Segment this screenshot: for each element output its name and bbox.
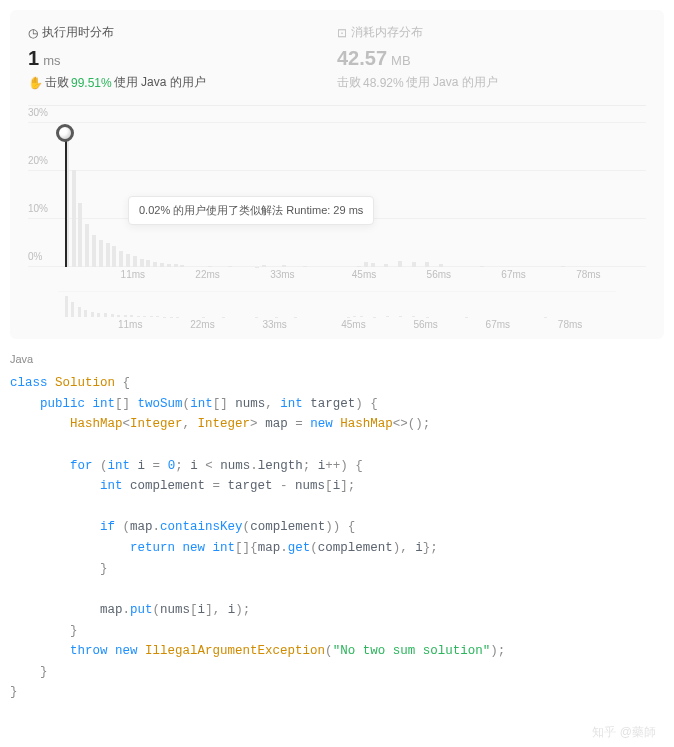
stats-card: ◷ 执行用时分布 1 ms ✋ 击败 99.51% 使用 Java 的用户 ⊡ … xyxy=(10,10,664,339)
distribution-bar[interactable] xyxy=(160,263,164,267)
distribution-bar[interactable] xyxy=(153,262,157,267)
distribution-bar[interactable] xyxy=(106,243,110,267)
leetcode-result-page: ◷ 执行用时分布 1 ms ✋ 击败 99.51% 使用 Java 的用户 ⊡ … xyxy=(0,0,674,747)
memory-value: 42.57 xyxy=(337,47,387,70)
y-tick-label: 0% xyxy=(28,251,42,262)
marker-line xyxy=(65,133,67,267)
runtime-block[interactable]: ◷ 执行用时分布 1 ms ✋ 击败 99.51% 使用 Java 的用户 xyxy=(28,24,337,91)
mini-distribution-bar xyxy=(373,317,376,318)
mini-distribution-bar xyxy=(163,317,166,318)
mini-distribution-bar xyxy=(156,316,159,317)
distribution-bar[interactable] xyxy=(140,259,144,267)
distribution-bar[interactable] xyxy=(228,266,232,267)
mini-distribution-bar xyxy=(353,316,356,317)
distribution-bar[interactable] xyxy=(119,251,123,267)
mini-x-tick-label: 45ms xyxy=(341,319,365,330)
distribution-bar[interactable] xyxy=(439,264,443,267)
distribution-bar[interactable] xyxy=(561,266,565,267)
chart-x-axis: 11ms22ms33ms45ms56ms67ms78ms xyxy=(58,269,636,285)
memory-unit: MB xyxy=(391,53,411,68)
memory-beat-pct: 48.92% xyxy=(363,76,404,90)
memory-block[interactable]: ⊡ 消耗内存分布 42.57 MB 击败 48.92% 使用 Java 的用户 xyxy=(337,24,646,91)
distribution-bar[interactable] xyxy=(208,266,212,267)
distribution-bar[interactable] xyxy=(146,260,150,267)
x-tick-label: 56ms xyxy=(427,269,451,280)
chip-icon: ⊡ xyxy=(337,26,347,40)
distribution-bar[interactable] xyxy=(398,261,402,267)
mini-x-tick-label: 22ms xyxy=(190,319,214,330)
mini-chart-bars xyxy=(58,292,616,317)
y-tick-label: 10% xyxy=(28,203,48,214)
mini-distribution-bar xyxy=(91,312,94,317)
mini-distribution-bar xyxy=(84,310,87,317)
x-tick-label: 78ms xyxy=(576,269,600,280)
mini-distribution-bar xyxy=(143,316,146,317)
distribution-bar[interactable] xyxy=(78,203,82,267)
mini-distribution-bar xyxy=(426,317,429,318)
mini-distribution-bar xyxy=(71,302,74,317)
distribution-bar[interactable] xyxy=(412,262,416,267)
runtime-mini-chart[interactable]: 11ms22ms33ms45ms56ms67ms78ms xyxy=(58,291,616,331)
memory-beat-prefix: 击败 xyxy=(337,74,361,91)
mini-distribution-bar xyxy=(130,315,133,317)
mini-distribution-bar xyxy=(412,316,415,317)
marker-circle[interactable] xyxy=(56,124,74,142)
stats-row: ◷ 执行用时分布 1 ms ✋ 击败 99.51% 使用 Java 的用户 ⊡ … xyxy=(28,24,646,91)
distribution-bar[interactable] xyxy=(92,235,96,267)
mini-distribution-bar xyxy=(124,315,127,317)
x-tick-label: 67ms xyxy=(501,269,525,280)
distribution-bar[interactable] xyxy=(480,266,484,267)
watermark: 知乎 @藥師 xyxy=(592,724,656,741)
mini-distribution-bar xyxy=(117,315,120,318)
memory-title-text: 消耗内存分布 xyxy=(351,24,423,41)
mini-x-tick-label: 78ms xyxy=(558,319,582,330)
mini-chart-x-axis: 11ms22ms33ms45ms56ms67ms78ms xyxy=(58,319,616,331)
distribution-bar[interactable] xyxy=(85,224,89,267)
chart-tooltip: 0.02% 的用户使用了类似解法 Runtime: 29 ms xyxy=(128,196,374,225)
mini-x-tick-label: 67ms xyxy=(486,319,510,330)
memory-title: ⊡ 消耗内存分布 xyxy=(337,24,646,41)
y-tick-label: 30% xyxy=(28,107,48,118)
x-tick-label: 45ms xyxy=(352,269,376,280)
mini-distribution-bar xyxy=(150,316,153,317)
distribution-bar[interactable] xyxy=(133,256,137,267)
distribution-bar[interactable] xyxy=(425,262,429,267)
mini-distribution-bar xyxy=(360,316,363,317)
mini-distribution-bar xyxy=(65,296,68,317)
runtime-beat-suffix: 使用 Java 的用户 xyxy=(114,74,206,91)
distribution-bar[interactable] xyxy=(262,265,266,267)
distribution-bar[interactable] xyxy=(112,246,116,267)
runtime-distribution-chart[interactable]: 0%10%20%30% 11ms22ms33ms45ms56ms67ms78ms… xyxy=(28,105,646,285)
distribution-bar[interactable] xyxy=(364,262,368,267)
mini-x-tick-label: 33ms xyxy=(262,319,286,330)
x-tick-label: 22ms xyxy=(195,269,219,280)
runtime-unit: ms xyxy=(43,53,60,68)
runtime-title: ◷ 执行用时分布 xyxy=(28,24,337,41)
mini-distribution-bar xyxy=(137,316,140,317)
code-card: Java class Solution { public int[] twoSu… xyxy=(10,353,664,703)
runtime-beat-pct: 99.51% xyxy=(71,76,112,90)
runtime-beats: ✋ 击败 99.51% 使用 Java 的用户 xyxy=(28,74,337,91)
mini-distribution-bar xyxy=(386,316,389,317)
code-language-label: Java xyxy=(10,353,664,365)
hand-icon: ✋ xyxy=(28,76,43,90)
distribution-bar[interactable] xyxy=(180,265,184,267)
distribution-bar[interactable] xyxy=(126,254,130,267)
mini-x-tick-label: 11ms xyxy=(118,319,142,330)
mini-distribution-bar xyxy=(111,314,114,317)
code-block[interactable]: class Solution { public int[] twoSum(int… xyxy=(10,373,664,703)
x-tick-label: 33ms xyxy=(270,269,294,280)
distribution-bar[interactable] xyxy=(167,264,171,267)
x-tick-label: 11ms xyxy=(121,269,145,280)
distribution-bar[interactable] xyxy=(72,170,76,267)
distribution-bar[interactable] xyxy=(371,263,375,267)
distribution-bar[interactable] xyxy=(99,240,103,267)
distribution-bar[interactable] xyxy=(282,265,286,267)
distribution-bar[interactable] xyxy=(384,264,388,267)
runtime-title-text: 执行用时分布 xyxy=(42,24,114,41)
mini-distribution-bar xyxy=(399,316,402,317)
distribution-bar[interactable] xyxy=(357,266,361,267)
distribution-bar[interactable] xyxy=(174,264,178,267)
distribution-bar[interactable] xyxy=(303,266,307,267)
runtime-beat-prefix: 击败 xyxy=(45,74,69,91)
